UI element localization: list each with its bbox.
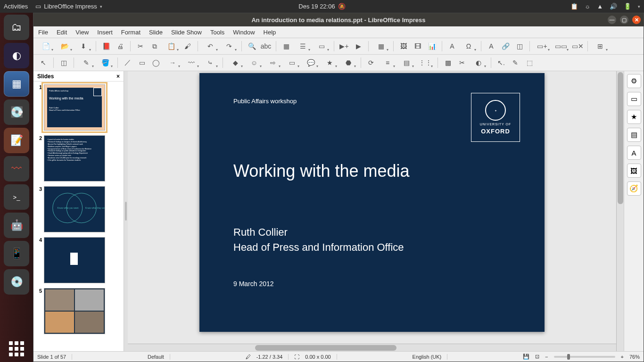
slide-thumbnail-1[interactable]: Public Affairs workshop Working with the… <box>44 84 105 131</box>
sidebar-styles-button[interactable]: A <box>627 146 641 160</box>
new-slide-button[interactable]: ▭+ <box>534 40 551 52</box>
slides-panel-body[interactable]: 1 Public Affairs workshop Working with t… <box>33 82 124 351</box>
dock-screenshot[interactable]: ▦ <box>4 71 29 97</box>
menu-file[interactable]: File <box>38 29 48 36</box>
slide-canvas[interactable]: Public Affairs workshop ✦ UNIVERSITY OF … <box>199 73 545 332</box>
arrange-button[interactable]: ▤ <box>398 57 415 69</box>
menu-edit[interactable]: Edit <box>57 29 67 36</box>
redo-button[interactable]: ↷ <box>221 40 238 52</box>
dock-disks[interactable]: 💽 <box>4 99 29 125</box>
status-save-icon[interactable]: 💾 <box>523 354 529 360</box>
sidebar-master-slides-button[interactable]: ▤ <box>627 128 641 142</box>
points-button[interactable]: ↖. <box>495 57 507 69</box>
dock-system-monitor[interactable]: 〰 <box>4 156 29 181</box>
zoom-slider[interactable] <box>554 356 615 358</box>
slide-thumbnail-5[interactable] <box>44 288 105 334</box>
filter-button[interactable]: ◐ <box>470 57 487 69</box>
status-language[interactable]: English (UK) <box>413 354 448 360</box>
rotate-button[interactable]: ⟳ <box>365 57 377 69</box>
menu-slide-show[interactable]: Slide Show <box>171 29 202 36</box>
paste-button[interactable]: 📋 <box>163 40 180 52</box>
slides-panel-close-button[interactable]: × <box>116 73 120 80</box>
window-maximize-button[interactable]: ▢ <box>620 16 628 24</box>
sidebar-gallery-button[interactable]: 🖼 <box>627 164 641 178</box>
dock-eclipse[interactable]: ◐ <box>4 43 29 68</box>
slide-title[interactable]: Working with the media <box>233 161 511 181</box>
slide-subtitle[interactable]: Public Affairs workshop <box>233 98 511 105</box>
dock-recent[interactable]: 🗂 <box>4 15 29 40</box>
connectors-button[interactable]: ⤷ <box>202 57 219 69</box>
battery-icon[interactable]: 🔋 <box>624 3 631 10</box>
hyperlink-button[interactable]: 🔗 <box>499 40 512 52</box>
symbol-shapes-button[interactable]: ☺ <box>246 57 263 69</box>
master-button[interactable]: ▭ <box>313 40 330 52</box>
notifications-muted-icon[interactable]: 🔕 <box>338 3 346 10</box>
dock-text-editor[interactable]: 📝 <box>4 128 29 153</box>
open-button[interactable]: 📂 <box>56 40 73 52</box>
duplicate-slide-button[interactable]: ▭▭ <box>553 40 570 52</box>
menu-slide[interactable]: Slide <box>149 29 163 36</box>
window-minimize-button[interactable]: — <box>608 16 616 24</box>
rectangle-button[interactable]: ▭ <box>136 57 148 69</box>
ellipse-button[interactable]: ◯ <box>150 57 162 69</box>
gluepoints-button[interactable]: ✎ <box>509 57 521 69</box>
display-views-button[interactable]: ☰ <box>294 40 311 52</box>
basic-shapes-button[interactable]: ◆ <box>227 57 244 69</box>
grid-button[interactable]: ▦ <box>280 40 292 52</box>
curves-button[interactable]: 〰 <box>183 57 200 69</box>
copy-button[interactable]: ⧉ <box>149 40 161 52</box>
wifi-icon[interactable]: ▲ <box>597 3 603 10</box>
extrusion-button[interactable]: ⬚ <box>523 57 536 69</box>
brightness-icon[interactable]: ☼ <box>585 3 590 10</box>
fit-slide-button[interactable]: ⊡ <box>535 354 539 360</box>
insert-image-button[interactable]: 🖼 <box>397 40 410 52</box>
volume-icon[interactable]: 🔊 <box>610 3 617 10</box>
lines-arrows-button[interactable]: → <box>164 57 181 69</box>
zoom-pan-button[interactable]: ◫ <box>58 57 70 69</box>
status-master[interactable]: Default <box>148 354 170 360</box>
sidebar-properties-button[interactable]: ⚙ <box>627 74 641 88</box>
system-menu-chevron-icon[interactable]: ▾ <box>638 4 640 9</box>
show-applications-button[interactable] <box>9 341 24 356</box>
undo-button[interactable]: ↶ <box>202 40 219 52</box>
sidebar-navigator-button[interactable]: 🧭 <box>627 181 641 196</box>
start-current-button[interactable]: ▶ <box>352 40 364 52</box>
slide-thumbnail-2[interactable]: • Launch of centre for Iranian studies• … <box>44 135 105 181</box>
window-close-button[interactable]: ✕ <box>632 16 641 24</box>
slide-thumbnail-4[interactable] <box>44 237 105 283</box>
menu-view[interactable]: View <box>75 29 89 36</box>
line-button[interactable]: ／ <box>122 57 134 69</box>
sidebar-animation-button[interactable]: ★ <box>627 110 641 124</box>
activities-button[interactable]: Activities <box>4 3 28 10</box>
menu-tools[interactable]: Tools <box>210 29 224 36</box>
flowchart-button[interactable]: ▭ <box>283 57 300 69</box>
zoom-in-button[interactable]: + <box>621 354 624 360</box>
line-color-button[interactable]: ✎ <box>78 57 95 69</box>
clipboard-indicator-icon[interactable]: 📋 <box>570 3 578 10</box>
stars-button[interactable]: ★ <box>321 57 338 69</box>
vertical-scrollbar[interactable] <box>616 71 624 351</box>
zoom-percent[interactable]: 76% <box>629 354 640 360</box>
app-menu[interactable]: ▭ LibreOffice Impress ▾ <box>35 3 102 10</box>
align-button[interactable]: ≡ <box>379 57 396 69</box>
find-button[interactable]: 🔍 <box>246 40 258 52</box>
menu-help[interactable]: Help <box>264 29 276 36</box>
horizontal-scrollbar[interactable] <box>128 344 616 351</box>
slide-editor-area[interactable]: Public Affairs workshop ✦ UNIVERSITY OF … <box>128 71 616 351</box>
3d-objects-button[interactable]: ⬣ <box>340 57 357 69</box>
callouts-button[interactable]: 💬 <box>302 57 319 69</box>
slide-thumbnail-3[interactable]: Know what you want Know what they want <box>44 186 105 232</box>
insert-av-button[interactable]: 🎞 <box>412 40 424 52</box>
text-box-button[interactable]: A <box>446 40 458 52</box>
clone-format-button[interactable]: 🖌 <box>182 40 194 52</box>
clock[interactable]: Des 19 22:06 <box>298 3 335 10</box>
start-beginning-button[interactable]: ▶+ <box>338 40 350 52</box>
insert-table-button[interactable]: ▦ <box>372 40 389 52</box>
menu-format[interactable]: Format <box>121 29 140 36</box>
dock-android[interactable]: 🤖 <box>4 213 29 238</box>
slide-date[interactable]: 9 March 2012 <box>233 280 511 288</box>
select-button[interactable]: ↖ <box>37 57 50 69</box>
special-char-button[interactable]: Ω <box>460 40 477 52</box>
dock-terminal[interactable]: >_ <box>4 184 29 210</box>
dock-phone[interactable]: 📱 <box>4 241 29 266</box>
